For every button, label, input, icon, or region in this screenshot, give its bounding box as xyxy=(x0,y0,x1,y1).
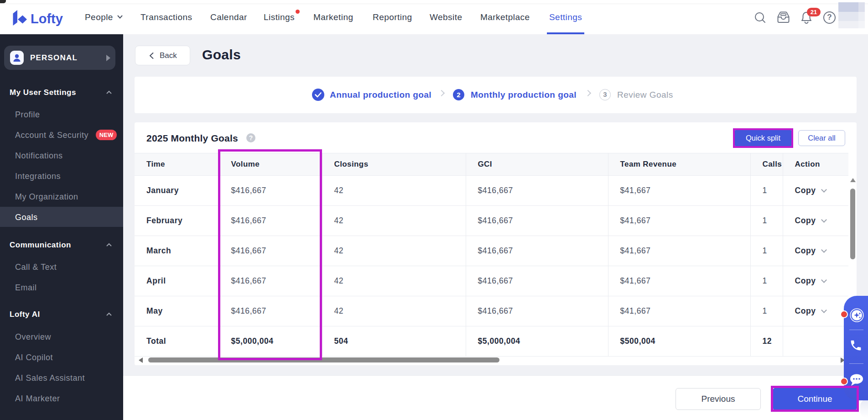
svg-text:Lofty: Lofty xyxy=(31,11,63,26)
